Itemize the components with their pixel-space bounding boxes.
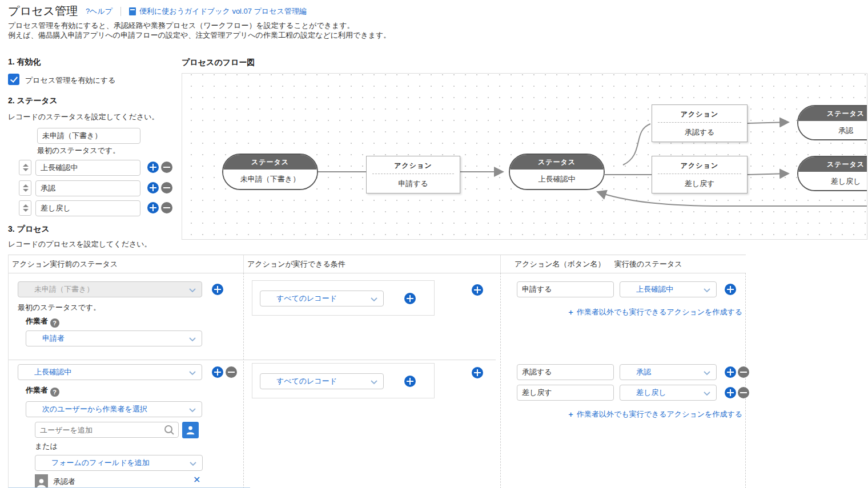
- flow-action-node-approve[interactable]: アクション 承認する: [652, 104, 748, 142]
- flow-status-node-approved[interactable]: ステータス 承認: [797, 105, 867, 140]
- column-divider: [243, 255, 244, 273]
- chevron-down-icon: [703, 391, 711, 396]
- remove-process-button[interactable]: [226, 366, 237, 378]
- flow-status-node-review[interactable]: ステータス 上長確認中: [509, 154, 605, 190]
- reorder-spinner[interactable]: [19, 180, 31, 196]
- add-action-button[interactable]: [725, 387, 736, 398]
- add-action-button[interactable]: [725, 284, 736, 295]
- down-arrow-icon: [23, 209, 29, 212]
- action-name-input[interactable]: [517, 364, 614, 380]
- status-after-select[interactable]: 承認: [620, 364, 717, 380]
- down-arrow-icon: [23, 189, 29, 192]
- assignee-label: 作業者: [26, 386, 48, 394]
- col-header-status-before: アクション実行前のステータス: [12, 255, 118, 273]
- search-icon[interactable]: [164, 425, 175, 437]
- remove-status-button[interactable]: [161, 162, 172, 173]
- row2-condition-cell: すべてのレコード: [243, 360, 500, 488]
- assignee-select[interactable]: 次のユーザーから作業者を選択: [26, 401, 202, 417]
- enable-heading: 1. 有効化: [8, 57, 41, 67]
- status-instruction: レコードのステータスを設定してください。: [8, 112, 159, 122]
- status-after-value: 差し戻し: [636, 388, 666, 398]
- add-condition-group-button[interactable]: [472, 367, 483, 378]
- status-input-2[interactable]: [35, 180, 140, 196]
- enable-checkbox-label: プロセス管理を有効にする: [25, 75, 115, 86]
- up-arrow-icon: [23, 204, 29, 207]
- add-condition-button[interactable]: [404, 293, 416, 304]
- help-question-icon[interactable]: ?: [50, 388, 59, 397]
- col-header-status-after: 実行後のステータス: [614, 255, 682, 273]
- add-process-button[interactable]: [212, 366, 223, 378]
- condition-select[interactable]: すべてのレコード: [260, 291, 384, 306]
- add-action-button[interactable]: [725, 366, 736, 378]
- user-avatar-icon: [35, 474, 48, 487]
- chevron-down-icon: [188, 370, 196, 376]
- assignee-value: 次のユーザーから作業者を選択: [42, 404, 147, 414]
- chevron-down-icon: [188, 337, 196, 342]
- flow-canvas: ステータス 未申請（下書き） アクション 申請する ステータス 上長確認中 アク…: [182, 73, 867, 240]
- add-nonassignee-action-label: 作業者以外でも実行できるアクションを作成する: [577, 410, 742, 418]
- remove-field-x-icon[interactable]: ✕: [193, 475, 200, 485]
- status-before-select[interactable]: 上長確認中: [18, 364, 202, 380]
- status-after-select[interactable]: 差し戻し: [620, 385, 717, 401]
- flow-action-node-apply[interactable]: アクション 申請する: [366, 156, 460, 193]
- add-process-button[interactable]: [212, 284, 223, 295]
- help-question-icon[interactable]: ?: [50, 318, 59, 328]
- remove-action-button[interactable]: [738, 387, 749, 398]
- action-name-input[interactable]: [517, 281, 614, 297]
- add-nonassignee-action-link[interactable]: ＋作業者以外でも実行できるアクションを作成する: [567, 307, 742, 317]
- status-node-header: ステータス: [798, 106, 867, 121]
- status-heading: 2. ステータス: [8, 96, 58, 106]
- condition-box: すべてのレコード: [252, 280, 435, 316]
- enable-checkbox[interactable]: [8, 74, 19, 85]
- status-node-header: ステータス: [510, 155, 604, 170]
- process-table: アクション実行前のステータス アクションが実行できる条件 アクション名（ボタン名…: [8, 255, 746, 488]
- process-heading: 3. プロセス: [8, 224, 50, 235]
- user-icon: [186, 425, 195, 435]
- add-condition-group-button[interactable]: [472, 284, 483, 296]
- remove-action-button[interactable]: [738, 366, 749, 378]
- plus-icon: ＋: [567, 410, 574, 418]
- chevron-down-icon: [188, 408, 196, 413]
- form-field-select[interactable]: フォームのフィールドを追加: [35, 455, 203, 471]
- status-input-first[interactable]: [37, 128, 140, 144]
- status-node-header: ステータス: [223, 155, 317, 170]
- add-nonassignee-action-link[interactable]: ＋作業者以外でも実行できるアクションを作成する: [567, 409, 742, 420]
- guidebook-link[interactable]: 便利に使おうガイドブック vol.07 プロセス管理編: [139, 6, 307, 17]
- status-after-value: 承認: [636, 367, 651, 377]
- action-node-header: アクション: [372, 156, 454, 174]
- help-link[interactable]: ?ヘルプ: [86, 6, 112, 17]
- select-user-icon-button[interactable]: [182, 422, 199, 438]
- assignee-value: 申請者: [42, 333, 65, 344]
- row1-status-before-cell: 未申請（下書き） 最初のステータスです。 作業者 ? 申請者: [9, 273, 243, 360]
- add-status-button[interactable]: [147, 202, 159, 213]
- status-before-value: 未申請（下書き）: [34, 284, 94, 295]
- add-status-button[interactable]: [147, 182, 159, 193]
- assignee-label: 作業者: [26, 317, 48, 325]
- assignee-select[interactable]: 申請者: [26, 330, 202, 346]
- add-condition-button[interactable]: [404, 376, 416, 387]
- add-status-button[interactable]: [147, 162, 159, 173]
- remove-status-button[interactable]: [161, 182, 172, 193]
- reorder-spinner[interactable]: [19, 160, 31, 175]
- status-node-name: 上長確認中: [510, 170, 604, 189]
- chevron-down-icon: [370, 297, 378, 302]
- flow-action-node-sendback[interactable]: アクション 差し戻す: [652, 156, 748, 193]
- condition-select[interactable]: すべてのレコード: [260, 373, 384, 389]
- flow-status-node-draft[interactable]: ステータス 未申請（下書き）: [222, 154, 318, 190]
- status-node-name: 未申請（下書き）: [223, 170, 317, 189]
- condition-value: すべてのレコード: [276, 293, 337, 304]
- column-divider: [500, 255, 501, 273]
- process-instruction: レコードのプロセスを設定してください。: [8, 239, 152, 249]
- status-before-value: 上長確認中: [34, 367, 71, 377]
- action-name-input[interactable]: [517, 385, 614, 401]
- remove-status-button[interactable]: [161, 202, 172, 213]
- status-after-select[interactable]: 上長確認中: [620, 281, 717, 297]
- row2-action-cell: 承認 差し戻し ＋作業者以外でも実行できるアクションを作成する: [500, 360, 746, 488]
- status-input-3[interactable]: [35, 200, 140, 216]
- status-input-1[interactable]: [35, 160, 140, 176]
- add-user-input[interactable]: [35, 422, 179, 438]
- flow-status-node-returned[interactable]: ステータス 差し戻し: [797, 156, 867, 191]
- reorder-spinner[interactable]: [19, 200, 31, 216]
- down-arrow-icon: [23, 168, 29, 171]
- col-header-action-name: アクション名（ボタン名）: [515, 255, 605, 273]
